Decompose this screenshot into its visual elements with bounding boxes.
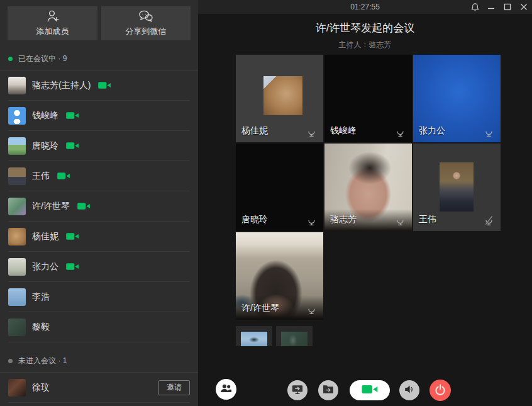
not-joined-participant-list: 徐玟 邀请 bbox=[0, 372, 198, 403]
mic-icon bbox=[396, 127, 405, 137]
camera-toggle-button[interactable] bbox=[350, 380, 390, 400]
share-to-wechat-button[interactable]: 分享到微信 bbox=[101, 6, 191, 40]
notification-bell-icon[interactable] bbox=[467, 0, 483, 14]
video-grid: 杨佳妮 钱峻峰 bbox=[236, 55, 501, 320]
participant-avatar bbox=[8, 198, 26, 215]
video-on-icon bbox=[98, 81, 111, 90]
participant-avatar bbox=[8, 228, 26, 245]
video-on-icon bbox=[66, 262, 79, 271]
video-on-icon bbox=[77, 201, 91, 211]
sidebar-actions: 添加成员 分享到微信 bbox=[0, 0, 198, 40]
meeting-main-area: 01:27:55 许/许世琴发起 bbox=[198, 0, 532, 406]
share-document-button[interactable] bbox=[318, 380, 338, 400]
video-tile[interactable]: 杨佳妮 bbox=[236, 55, 323, 142]
video-tile[interactable]: 张力公 bbox=[413, 55, 501, 142]
wechat-icon bbox=[138, 9, 153, 23]
video-on-icon bbox=[66, 141, 79, 150]
participant-row[interactable]: 王伟 bbox=[8, 161, 190, 191]
meeting-toolbar bbox=[198, 378, 532, 401]
invite-button[interactable]: 邀请 bbox=[158, 380, 190, 395]
participant-avatar bbox=[8, 379, 26, 397]
participant-row[interactable]: 黎毅 bbox=[8, 312, 190, 342]
share-screen-icon bbox=[292, 384, 303, 397]
mic-icon bbox=[307, 304, 316, 315]
video-on-icon bbox=[66, 232, 79, 241]
tile-participant-name: 王伟 bbox=[419, 214, 436, 225]
in-meeting-count-text: 已在会议中 · 9 bbox=[18, 54, 67, 64]
video-still bbox=[263, 76, 302, 115]
gray-status-dot bbox=[8, 359, 13, 363]
not-joined-count-text: 未进入会议 · 1 bbox=[18, 356, 67, 366]
participant-avatar bbox=[8, 258, 26, 276]
video-on-icon bbox=[66, 111, 79, 120]
in-meeting-participant-list: 骆志芳(主持人) 钱峻峰 唐晓玲 bbox=[0, 70, 198, 342]
meeting-window: 添加成员 分享到微信 已在会议中 · 9 bbox=[0, 0, 532, 406]
add-member-label: 添加成员 bbox=[36, 26, 69, 37]
camera-on-icon bbox=[362, 383, 379, 397]
meeting-title: 许/许世琴发起的会议 bbox=[198, 21, 532, 35]
participant-row[interactable]: 李浩 bbox=[8, 282, 190, 312]
minimize-icon[interactable] bbox=[483, 0, 499, 14]
participant-name: 徐玟 bbox=[32, 382, 50, 393]
thumbnail-still bbox=[241, 332, 267, 346]
mic-icon bbox=[307, 127, 316, 137]
members-button[interactable] bbox=[216, 379, 236, 400]
share-to-wechat-label: 分享到微信 bbox=[125, 26, 166, 37]
tile-participant-name: 张力公 bbox=[419, 125, 445, 137]
tile-participant-name: 唐晓玲 bbox=[241, 214, 268, 225]
meeting-host: 主持人：骆志芳 bbox=[198, 40, 532, 50]
video-still bbox=[440, 162, 474, 211]
video-tile[interactable]: 王伟 bbox=[413, 144, 501, 231]
video-tile[interactable]: 唐晓玲 bbox=[236, 144, 323, 231]
share-document-icon bbox=[323, 385, 334, 396]
participant-avatar bbox=[8, 288, 26, 306]
participant-name: 王伟 bbox=[32, 171, 50, 182]
video-thumbnail-strip bbox=[236, 326, 532, 346]
participant-row[interactable]: 唐晓玲 bbox=[8, 131, 190, 161]
participant-row[interactable]: 杨佳妮 bbox=[8, 222, 190, 252]
tile-participant-name: 许/许世琴 bbox=[241, 303, 279, 314]
participant-name: 钱峻峰 bbox=[32, 110, 58, 121]
share-screen-button[interactable] bbox=[287, 380, 308, 400]
close-icon[interactable] bbox=[516, 0, 532, 14]
participant-name: 张力公 bbox=[32, 261, 58, 273]
tile-participant-name: 骆志芳 bbox=[330, 214, 357, 225]
green-status-dot bbox=[8, 57, 13, 61]
mic-icon bbox=[484, 215, 494, 226]
participant-name: 许/许世琴 bbox=[32, 201, 70, 212]
participant-row[interactable]: 徐玟 邀请 bbox=[8, 373, 190, 403]
mic-icon bbox=[307, 215, 316, 226]
participant-name: 唐晓玲 bbox=[32, 140, 58, 152]
video-tile[interactable]: 骆志芳 bbox=[324, 144, 412, 231]
participant-name: 黎毅 bbox=[32, 322, 50, 333]
power-icon bbox=[435, 384, 446, 397]
participant-row[interactable]: 许/许世琴 bbox=[8, 191, 190, 222]
video-thumbnail[interactable] bbox=[276, 326, 313, 346]
add-member-button[interactable]: 添加成员 bbox=[8, 6, 97, 40]
tile-participant-name: 钱峻峰 bbox=[330, 125, 357, 137]
participant-row[interactable]: 张力公 bbox=[8, 252, 190, 282]
participant-avatar bbox=[8, 77, 26, 94]
maximize-icon[interactable] bbox=[499, 0, 516, 14]
participant-row[interactable]: 钱峻峰 bbox=[8, 101, 190, 131]
mic-icon bbox=[396, 215, 405, 226]
video-tile[interactable]: 钱峻峰 bbox=[324, 55, 412, 142]
not-joined-section-label: 未进入会议 · 1 bbox=[8, 356, 190, 366]
participant-name: 骆志芳(主持人) bbox=[32, 80, 91, 91]
mic-icon bbox=[484, 127, 494, 137]
participant-avatar bbox=[8, 137, 26, 155]
participant-row[interactable]: 骆志芳(主持人) bbox=[8, 70, 190, 101]
speaker-button[interactable] bbox=[399, 380, 419, 400]
participant-avatar bbox=[8, 319, 26, 336]
meeting-timer: 01:27:55 bbox=[350, 3, 380, 11]
participant-name: 李浩 bbox=[32, 291, 50, 303]
participants-sidebar: 添加成员 分享到微信 已在会议中 · 9 bbox=[0, 0, 198, 406]
video-tile[interactable]: 许/许世琴 bbox=[236, 232, 323, 320]
participant-avatar bbox=[8, 167, 26, 185]
person-add-icon bbox=[45, 9, 60, 23]
video-thumbnail[interactable] bbox=[236, 326, 272, 346]
members-icon bbox=[219, 383, 233, 395]
participant-avatar bbox=[8, 107, 26, 125]
leave-meeting-button[interactable] bbox=[429, 380, 451, 401]
tile-participant-name: 杨佳妮 bbox=[241, 125, 268, 137]
